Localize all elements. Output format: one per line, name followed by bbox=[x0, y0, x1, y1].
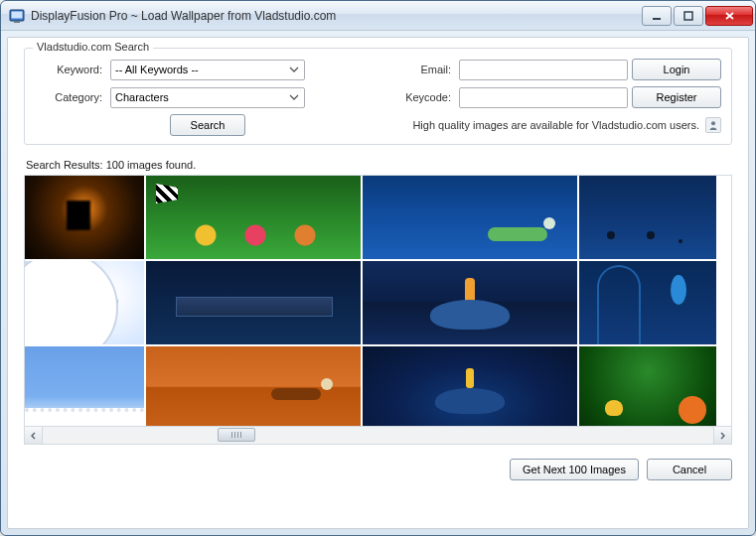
scroll-thumb[interactable] bbox=[218, 428, 255, 442]
keyword-label: Keyword: bbox=[35, 64, 106, 75]
maximize-icon bbox=[683, 11, 693, 21]
results-hscrollbar[interactable] bbox=[24, 427, 732, 445]
results-label: Search Results: 100 images found. bbox=[26, 159, 732, 171]
wallpaper-thumb[interactable] bbox=[579, 346, 716, 427]
window-controls bbox=[642, 6, 753, 26]
cancel-button[interactable]: Cancel bbox=[647, 459, 732, 480]
svg-rect-2 bbox=[14, 21, 20, 23]
wallpaper-thumb[interactable] bbox=[579, 261, 716, 344]
svg-point-5 bbox=[711, 121, 715, 125]
window-title: DisplayFusion Pro ~ Load Wallpaper from … bbox=[31, 9, 642, 23]
minimize-button[interactable] bbox=[642, 6, 672, 26]
search-groupbox: Vladstudio.com Search Keyword: -- All Ke… bbox=[24, 48, 732, 145]
get-next-button[interactable]: Get Next 100 Images bbox=[510, 459, 639, 480]
svg-rect-1 bbox=[12, 11, 23, 18]
wallpaper-thumb[interactable] bbox=[363, 176, 577, 259]
svg-rect-3 bbox=[653, 18, 661, 20]
keyword-select[interactable]: -- All Keywords -- bbox=[110, 60, 305, 80]
close-icon bbox=[724, 11, 735, 21]
login-button[interactable]: Login bbox=[632, 59, 721, 80]
register-button[interactable]: Register bbox=[632, 86, 721, 108]
search-groupbox-title: Vladstudio.com Search bbox=[33, 41, 153, 53]
category-label: Category: bbox=[35, 91, 106, 103]
wallpaper-thumb[interactable] bbox=[146, 346, 361, 427]
email-input[interactable] bbox=[459, 60, 628, 80]
scroll-right-button[interactable] bbox=[713, 427, 731, 444]
keycode-label: Keycode: bbox=[405, 91, 455, 103]
keycode-input[interactable] bbox=[459, 87, 628, 108]
minimize-icon bbox=[652, 11, 662, 21]
hq-hint-text: High quality images are available for Vl… bbox=[412, 119, 699, 131]
wallpaper-thumb[interactable] bbox=[25, 261, 144, 344]
results-grid bbox=[24, 175, 732, 427]
search-button[interactable]: Search bbox=[170, 114, 245, 136]
maximize-button[interactable] bbox=[674, 6, 703, 26]
email-label: Email: bbox=[405, 64, 455, 75]
wallpaper-thumb[interactable] bbox=[146, 176, 361, 259]
wallpaper-thumb[interactable] bbox=[363, 261, 577, 344]
wallpaper-thumb[interactable] bbox=[25, 176, 144, 259]
wallpaper-thumb[interactable] bbox=[146, 261, 361, 344]
scroll-track[interactable] bbox=[43, 427, 713, 444]
close-button[interactable] bbox=[705, 6, 753, 26]
chevron-left-icon bbox=[30, 432, 37, 440]
user-icon bbox=[705, 117, 721, 133]
titlebar[interactable]: DisplayFusion Pro ~ Load Wallpaper from … bbox=[1, 1, 755, 31]
wallpaper-thumb[interactable] bbox=[579, 176, 716, 259]
svg-rect-4 bbox=[684, 12, 692, 20]
wallpaper-thumb[interactable] bbox=[363, 346, 577, 427]
window-frame: DisplayFusion Pro ~ Load Wallpaper from … bbox=[0, 0, 756, 536]
dialog-footer: Get Next 100 Images Cancel bbox=[24, 455, 732, 480]
client-area: Vladstudio.com Search Keyword: -- All Ke… bbox=[7, 37, 749, 529]
app-icon bbox=[9, 8, 25, 24]
wallpaper-thumb[interactable] bbox=[25, 346, 144, 427]
scroll-left-button[interactable] bbox=[25, 427, 43, 444]
category-select[interactable]: Characters bbox=[110, 87, 305, 108]
chevron-right-icon bbox=[719, 432, 726, 440]
